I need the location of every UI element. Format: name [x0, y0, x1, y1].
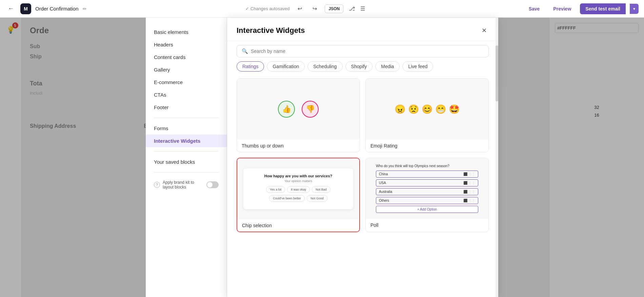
chip-preview: How happy are you with our services? You… — [237, 158, 359, 219]
brand-kit-label: Apply brand kit to layout blocks — [163, 180, 204, 190]
poll-option-4-icons: ⬛ ⋮⋮ — [463, 199, 475, 202]
json-button[interactable]: JSON — [325, 4, 343, 13]
emoji-3: 😊 — [422, 104, 432, 115]
poll-option-3: Australia ⬛ ⋮⋮ — [376, 188, 478, 195]
sidebar-item-interactive-widgets[interactable]: Interactive Widgets — [146, 135, 227, 147]
thumbs-icons: 👍 👎 — [278, 101, 319, 118]
redo-button[interactable]: ↪ — [310, 4, 319, 14]
widgets-grid: 👍 👎 Thumbs up or down 😠 😟 😊 😁 — [237, 78, 489, 232]
brand-kit-toggle[interactable] — [206, 181, 219, 188]
brand-kit-section: ? Apply brand kit to layout blocks — [146, 177, 227, 193]
tab-shopify[interactable]: Shopify — [345, 61, 373, 72]
chip-card: How happy are you with our services? You… — [243, 169, 353, 209]
modal-scrollbar — [496, 18, 498, 297]
emoji-icons: 😠 😟 😊 😁 🤩 — [395, 104, 460, 115]
document-title: Order Confirmation — [35, 6, 79, 12]
tab-media[interactable]: Media — [375, 61, 400, 72]
share-icon[interactable]: ⎇ — [349, 5, 355, 12]
widgets-grid-container: 👍 👎 Thumbs up or down 😠 😟 😊 😁 — [227, 76, 498, 297]
chip-row-2: Could've been better Not Good — [249, 195, 348, 202]
thumb-down-icon: 👎 — [302, 101, 319, 118]
poll-option-3-icons: ⬛ ⋮⋮ — [463, 190, 475, 194]
sidebar-divider-2 — [154, 151, 219, 152]
chip-option-5: Not Good — [307, 195, 327, 202]
sidebar-divider — [154, 118, 219, 118]
widget-card-chip[interactable]: How happy are you with our services? You… — [237, 158, 360, 232]
emoji-2: 😟 — [408, 104, 419, 115]
brand-toggle-knob — [207, 182, 213, 187]
sidebar-item-ecommerce[interactable]: E-commerce — [146, 76, 227, 88]
sidebar-item-gallery[interactable]: Gallery — [146, 63, 227, 76]
sidebar-divider-3 — [154, 172, 219, 173]
poll-card: Who do you think will top Olympics next … — [372, 160, 482, 217]
poll-option-2-icons: ⬛ ⋮⋮ — [463, 181, 475, 185]
poll-preview: Who do you think will top Olympics next … — [366, 158, 488, 219]
chip-label: Chip selection — [237, 219, 359, 232]
chip-option-4: Could've been better — [269, 195, 305, 202]
save-button[interactable]: Save — [524, 4, 545, 14]
note-icon[interactable]: ☰ — [360, 5, 365, 12]
sidebar-item-forms[interactable]: Forms — [146, 122, 227, 135]
sidebar-item-basic-elements[interactable]: Basic elements — [146, 26, 227, 38]
sidebar-item-saved-blocks[interactable]: Your saved blocks — [146, 156, 227, 168]
send-dropdown-button[interactable]: ▾ — [630, 4, 639, 14]
sidebar-item-footer[interactable]: Footer — [146, 101, 227, 114]
tab-scheduling[interactable]: Scheduling — [307, 61, 342, 72]
poll-option-2: USA ⬛ ⋮⋮ — [376, 179, 478, 186]
edit-title-icon[interactable]: ✏ — [83, 6, 87, 12]
send-test-email-button[interactable]: Send test email — [580, 3, 626, 14]
interactive-widgets-modal: Interactive Widgets ✕ 🔍 Ratings Gamifica… — [227, 18, 498, 297]
poll-option-1: China ⬛ ⋮⋮ — [376, 171, 478, 178]
close-modal-button[interactable]: ✕ — [479, 26, 489, 35]
tab-gamification[interactable]: Gamification — [267, 61, 305, 72]
chip-row-1: Yes a lot It was okay Not Bad — [249, 186, 348, 193]
chip-question: How happy are you with our services? — [249, 174, 348, 178]
sidebar-item-headers[interactable]: Headers — [146, 38, 227, 51]
emoji-4: 😁 — [435, 104, 446, 115]
emoji-5: 🤩 — [449, 104, 460, 115]
chip-option-2: It was okay — [287, 186, 310, 193]
toolbar-center: ✓ Changes autosaved ↩ ↪ JSON ⎇ ☰ — [91, 4, 520, 14]
search-icon: 🔍 — [242, 48, 248, 54]
widget-card-emoji[interactable]: 😠 😟 😊 😁 🤩 Emoji Rating — [365, 78, 489, 152]
emoji-preview: 😠 😟 😊 😁 🤩 — [366, 79, 488, 140]
undo-button[interactable]: ↩ — [295, 4, 304, 14]
sidebar-item-content-cards[interactable]: Content cards — [146, 51, 227, 63]
thumbs-label: Thumbs up or down — [237, 140, 360, 152]
sidebar-item-ctas[interactable]: CTAs — [146, 88, 227, 101]
modal-header: Interactive Widgets ✕ — [227, 18, 498, 41]
search-input[interactable] — [251, 48, 484, 54]
poll-question: Who do you think will top Olympics next … — [376, 164, 478, 168]
widget-card-poll[interactable]: Who do you think will top Olympics next … — [365, 158, 489, 232]
poll-label: Poll — [366, 219, 488, 231]
add-option-button[interactable]: + Add Option — [376, 206, 478, 213]
emoji-1: 😠 — [395, 104, 405, 115]
modal-sidebar: Basic elements Headers Content cards Gal… — [146, 18, 227, 297]
help-icon[interactable]: ? — [154, 182, 160, 188]
chip-option-1: Yes a lot — [266, 186, 285, 193]
widget-card-thumbs[interactable]: 👍 👎 Thumbs up or down — [237, 78, 360, 152]
poll-option-4: Others ⬛ ⋮⋮ — [376, 197, 478, 204]
toolbar: ← M Order Confirmation ✏ ✓ Changes autos… — [0, 0, 644, 18]
thumb-up-icon: 👍 — [278, 101, 295, 118]
scrollbar-thumb[interactable] — [496, 45, 498, 101]
preview-button[interactable]: Preview — [548, 4, 576, 14]
search-bar: 🔍 — [237, 45, 489, 57]
tab-ratings[interactable]: Ratings — [237, 61, 264, 72]
autosave-status: ✓ Changes autosaved — [245, 6, 289, 11]
thumbs-preview: 👍 👎 — [237, 79, 360, 140]
app-logo: M — [20, 3, 31, 14]
poll-option-1-icons: ⬛ ⋮⋮ — [463, 172, 475, 176]
chip-subtitle: Your opinion matters — [249, 179, 348, 183]
chip-option-3: Not Bad — [312, 186, 330, 193]
emoji-label: Emoji Rating — [366, 140, 488, 152]
modal-overlay: Basic elements Headers Content cards Gal… — [0, 18, 644, 297]
modal-title: Interactive Widgets — [237, 26, 305, 35]
back-button[interactable]: ← — [5, 3, 16, 14]
category-tabs: Ratings Gamification Scheduling Shopify … — [227, 61, 498, 76]
tab-live-feed[interactable]: Live feed — [402, 61, 433, 72]
